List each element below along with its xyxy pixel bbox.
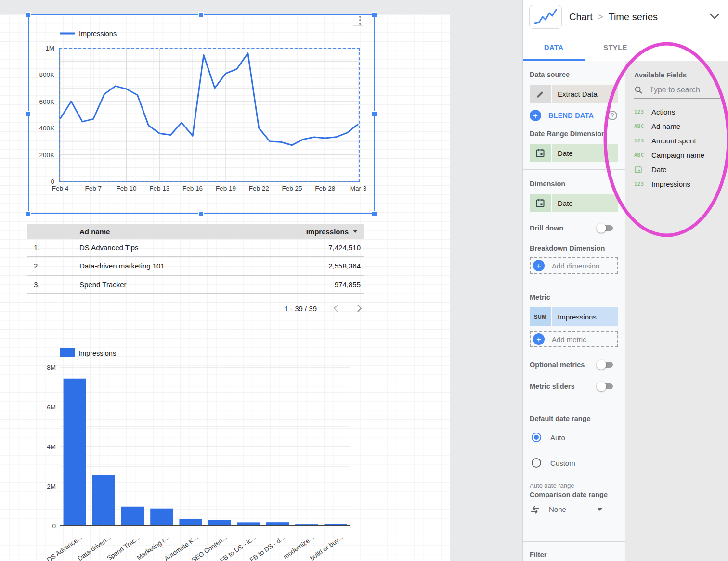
column-header-impressions[interactable]: Impressions bbox=[306, 228, 364, 236]
svg-text:6M: 6M bbox=[47, 404, 56, 411]
resize-handle[interactable] bbox=[198, 211, 204, 217]
bar-FB to DS - ic... bbox=[237, 522, 260, 526]
radio-unselected-icon bbox=[532, 458, 541, 468]
optional-metrics-toggle[interactable] bbox=[597, 360, 614, 370]
metric-sliders-toggle[interactable] bbox=[597, 382, 614, 391]
row-impressions: 7,424,510 bbox=[328, 243, 364, 252]
filter-section: Filter Time Series Filter + ADD A FILTER bbox=[523, 551, 625, 561]
help-icon[interactable]: ? bbox=[608, 111, 617, 120]
bar-FB to DS - d... bbox=[266, 522, 289, 526]
field-item-date[interactable]: Date bbox=[634, 162, 724, 177]
text-field-icon: ABC bbox=[634, 123, 646, 129]
previous-page-icon[interactable] bbox=[332, 304, 340, 313]
compare-arrows-icon bbox=[530, 505, 542, 515]
dimension-chip[interactable]: Date bbox=[530, 194, 618, 212]
comparison-date-range-label: Comparison date range bbox=[530, 491, 618, 498]
comparison-date-range-dropdown[interactable]: None bbox=[549, 505, 618, 518]
radio-auto[interactable]: Auto bbox=[532, 433, 618, 442]
field-label: Date bbox=[651, 166, 667, 174]
search-placeholder: Type to search bbox=[650, 86, 700, 94]
blend-data-button[interactable]: + BLEND DATA ? bbox=[530, 110, 618, 121]
resize-handle[interactable] bbox=[26, 111, 31, 116]
breadcrumb-chart-type: Time series bbox=[608, 12, 658, 23]
pencil-icon[interactable] bbox=[530, 85, 551, 103]
date-range-dimension-chip[interactable]: Date bbox=[530, 144, 618, 162]
time-series-chart-type-icon[interactable] bbox=[529, 5, 562, 29]
drill-down-label: Drill down bbox=[530, 224, 563, 232]
metric-sliders-label: Metric sliders bbox=[530, 382, 575, 390]
tab-data[interactable]: DATA bbox=[523, 34, 585, 61]
dimension-section: Dimension Date Drill down Breakdown Dime… bbox=[523, 180, 625, 283]
resize-handle[interactable] bbox=[372, 12, 377, 17]
available-fields-title: Available Fields bbox=[634, 71, 724, 79]
resize-handle[interactable] bbox=[372, 211, 377, 217]
resize-handle[interactable] bbox=[198, 12, 204, 17]
drill-down-row: Drill down bbox=[530, 223, 618, 233]
dimension-label: Dimension bbox=[530, 180, 618, 188]
resize-handle[interactable] bbox=[26, 211, 31, 217]
table-pagination: 1 - 39 / 39 bbox=[241, 301, 364, 316]
search-icon bbox=[634, 86, 643, 94]
breadcrumb: Chart > Time series bbox=[569, 12, 658, 23]
chevron-down-icon[interactable] bbox=[709, 13, 720, 20]
pagination-range-label: 1 - 39 / 39 bbox=[284, 305, 317, 313]
time-series-selection-box[interactable] bbox=[28, 14, 375, 214]
sort-descending-icon bbox=[353, 230, 358, 233]
date-range-dimension-label: Date Range Dimension bbox=[530, 130, 618, 138]
available-fields-list: 123ActionsABCAd name123Amount spentABCCa… bbox=[634, 104, 724, 191]
table-header[interactable]: Ad name Impressions bbox=[27, 224, 364, 239]
aggregation-badge: SUM bbox=[530, 307, 551, 326]
field-label: Amount spent bbox=[651, 137, 696, 145]
auto-date-range-note: Auto date range bbox=[530, 482, 618, 489]
resize-handle[interactable] bbox=[26, 12, 31, 17]
number-field-icon: 123 bbox=[634, 109, 646, 115]
metric-sliders-row: Metric sliders bbox=[530, 382, 618, 391]
properties-panel: Chart > Time series DATA STYLE Data sour… bbox=[522, 0, 728, 561]
field-item-ad-name[interactable]: ABCAd name bbox=[634, 119, 724, 133]
metric-chip[interactable]: SUM Impressions bbox=[530, 307, 618, 326]
date-field-icon bbox=[634, 166, 646, 174]
resize-handle[interactable] bbox=[372, 111, 377, 116]
number-field-icon: 123 bbox=[634, 138, 646, 143]
bar-Data-driven... bbox=[92, 475, 115, 526]
tab-style[interactable]: STYLE bbox=[585, 34, 646, 61]
data-source-chip[interactable]: Extract Data bbox=[530, 85, 618, 103]
optional-metrics-row: Optional metrics bbox=[530, 360, 618, 370]
column-header-ad-name[interactable]: Ad name bbox=[79, 228, 110, 236]
plus-icon: + bbox=[533, 260, 545, 271]
add-dimension-button[interactable]: + Add dimension bbox=[530, 257, 618, 274]
radio-custom[interactable]: Custom bbox=[532, 458, 618, 468]
table-row[interactable]: 3.Spend Tracker974,855 bbox=[27, 276, 364, 294]
metric-value: Impressions bbox=[552, 307, 618, 326]
drill-down-toggle[interactable] bbox=[597, 223, 614, 233]
field-item-campaign-name[interactable]: ABCCampaign name bbox=[634, 148, 724, 162]
metric-section: Metric SUM Impressions + Add metric Opti… bbox=[523, 293, 625, 404]
field-item-amount-spent[interactable]: 123Amount spent bbox=[634, 133, 724, 148]
svg-text:Impressions: Impressions bbox=[78, 349, 116, 357]
filter-label: Filter bbox=[530, 551, 618, 559]
field-item-impressions[interactable]: 123Impressions bbox=[634, 177, 724, 191]
row-ad-name: Data-driven marketing 101 bbox=[79, 262, 165, 270]
row-ad-name: Spend Tracker bbox=[79, 280, 127, 289]
panel-tabs: DATA STYLE bbox=[523, 34, 728, 61]
row-ad-name: DS Advanced Tips bbox=[79, 243, 139, 252]
data-source-name: Extract Data bbox=[552, 85, 618, 103]
field-search-input[interactable]: Type to search bbox=[634, 86, 724, 99]
number-field-icon: 123 bbox=[634, 181, 646, 187]
data-settings-column: Data source Extract Data + BLEND DATA ? … bbox=[523, 61, 625, 561]
bar-DS Advance... bbox=[64, 379, 86, 526]
next-page-icon[interactable] bbox=[355, 304, 363, 313]
row-impressions: 2,558,364 bbox=[328, 262, 364, 270]
field-item-actions[interactable]: 123Actions bbox=[634, 104, 724, 119]
svg-text:8M: 8M bbox=[47, 364, 56, 371]
table-row[interactable]: 1.DS Advanced Tips7,424,510 bbox=[27, 239, 364, 257]
radio-selected-icon bbox=[532, 433, 541, 442]
bar-chart[interactable]: 8M6M4M2M0DS Advance...Data-driven...Spen… bbox=[34, 344, 361, 561]
add-metric-button[interactable]: + Add metric bbox=[530, 331, 618, 347]
table-row[interactable]: 2.Data-driven marketing 1012,558,364 bbox=[27, 257, 364, 276]
text-field-icon: ABC bbox=[634, 152, 646, 158]
row-impressions: 974,855 bbox=[335, 280, 364, 289]
available-fields-panel: Available Fields Type to search 123Actio… bbox=[625, 61, 728, 561]
data-table[interactable]: Ad name Impressions 1.DS Advanced Tips7,… bbox=[27, 224, 364, 294]
default-date-range-section: Default date range Auto Custom Auto date… bbox=[523, 415, 625, 542]
